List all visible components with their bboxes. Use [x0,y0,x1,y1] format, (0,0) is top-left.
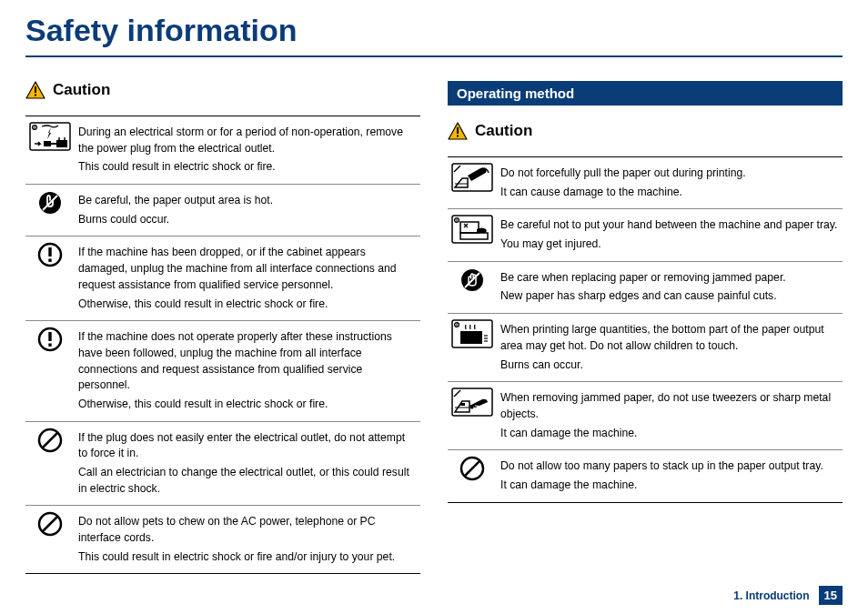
alert-circle-icon [25,237,75,321]
table-row: When removing jammed paper, do not use t… [448,382,843,450]
left-safety-table: During an electrical storm or for a peri… [25,116,420,574]
caution-triangle-icon [25,81,45,99]
page-title: Safety information [25,9,843,57]
safety-text: You may get injured. [500,237,839,253]
caution-heading-left: Caution [25,81,420,99]
table-row: Be careful, the paper output area is hot… [25,185,420,237]
caution-label: Caution [53,81,110,99]
safety-text: When printing large quantities, the bott… [500,322,839,354]
safety-text: During an electrical storm or for a peri… [78,125,417,156]
safety-text: Be careful, the paper output area is hot… [78,193,417,209]
page-footer: 1. Introduction 15 [733,586,843,605]
safety-text: Be care when replacing paper or removing… [500,270,839,287]
alert-circle-icon [25,321,75,421]
prohibit-icon [25,421,75,506]
hand-tray-icon [448,209,497,261]
table-row: If the machine has been dropped, or if t… [25,237,420,321]
safety-text: If the plug does not easily enter the el… [78,430,417,462]
right-safety-table: Do not forcefully pull the paper out dur… [448,156,843,503]
safety-text: Be careful not to put your hand between … [500,217,839,234]
left-column: Caution During an electrical storm or fo… [25,81,420,574]
table-row: When printing large quantities, the bott… [448,314,843,382]
safety-text: This could result in electric shock or f… [78,159,417,176]
safety-text: If the machine does not operate properly… [78,329,417,394]
safety-text: It can cause damage to the machine. [500,185,839,201]
table-row: Be careful not to put your hand between … [448,209,843,261]
safety-text: Do not allow pets to chew on the AC powe… [78,514,417,546]
safety-text: Otherwise, this could result in electric… [78,397,417,413]
no-hand-icon [448,261,497,313]
page-number: 15 [819,586,843,605]
content-columns: Caution During an electrical storm or fo… [25,81,843,574]
safety-text: This could result in electric shock or f… [78,549,417,566]
operating-method-heading: Operating method [448,81,843,106]
safety-text: When removing jammed paper, do not use t… [500,390,839,422]
caution-label: Caution [475,122,532,140]
caution-heading-right: Caution [448,122,843,140]
table-row: Do not allow too many papers to stack up… [448,450,843,502]
safety-text: If the machine has been dropped, or if t… [78,245,417,293]
table-row: If the machine does not operate properly… [25,321,420,421]
printer-hot-icon [448,314,497,382]
caution-triangle-icon [448,122,468,140]
chapter-label: 1. Introduction [733,589,809,602]
safety-text: Call an electrician to change the electr… [78,465,417,497]
table-row: Be care when replacing paper or removing… [448,261,843,313]
storm-plug-icon [25,116,75,185]
table-row: During an electrical storm or for a peri… [25,116,420,185]
table-row: If the plug does not easily enter the el… [25,421,420,506]
pull-paper-icon [448,157,497,209]
safety-text: It can damage the machine. [500,426,839,442]
table-row: Do not forcefully pull the paper out dur… [448,157,843,209]
table-row: Do not allow pets to chew on the AC powe… [25,506,420,574]
safety-text: New paper has sharp edges and can cause … [500,288,839,305]
right-column: Operating method Caution Do not forceful… [448,81,843,574]
prohibit-icon [25,506,75,574]
safety-text: Do not forcefully pull the paper out dur… [500,166,839,182]
prohibit-icon [448,450,497,502]
safety-text: It can damage the machine. [500,478,839,494]
safety-text: Burns could occur. [78,212,417,228]
safety-text: Burns can occur. [500,357,839,374]
no-touch-icon [25,185,75,237]
tweezers-icon [448,382,497,450]
safety-text: Do not allow too many papers to stack up… [500,458,839,475]
safety-text: Otherwise, this could result in electric… [78,297,417,313]
